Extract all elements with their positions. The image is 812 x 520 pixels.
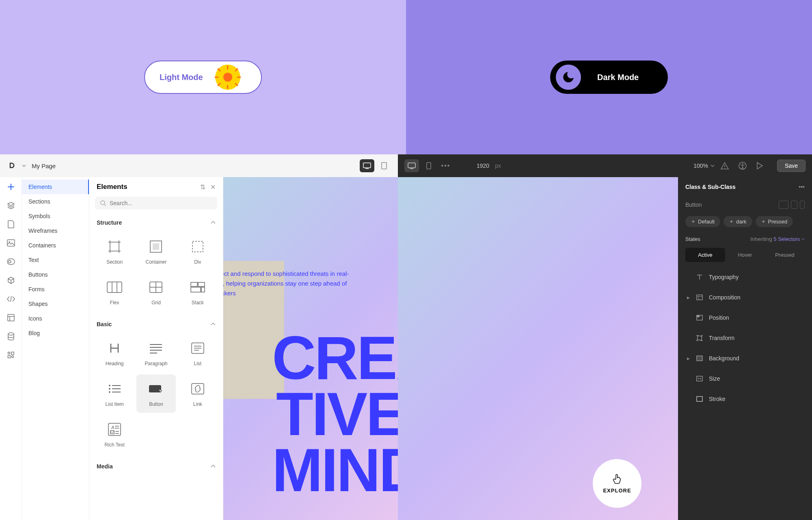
svg-rect-32 [191, 287, 201, 292]
svg-rect-22 [153, 243, 159, 250]
search-icon [100, 200, 106, 206]
nav-wireframes[interactable]: Wireframes [22, 223, 89, 238]
basic-section-header[interactable]: Basic [89, 317, 223, 332]
media-section-header[interactable]: Media [89, 459, 223, 474]
save-button[interactable]: Save [777, 160, 806, 172]
more-devices-button[interactable]: ••• [438, 159, 453, 172]
dark-mode-label: Dark Mode [597, 73, 639, 82]
section-tile[interactable]: Section [95, 232, 134, 271]
state-tab-pressed[interactable]: Pressed [765, 248, 805, 262]
design-canvas-dark[interactable]: EXPLORE [398, 177, 678, 520]
structure-section-header[interactable]: Structure [89, 215, 223, 230]
nav-sections[interactable]: Sections [22, 194, 89, 209]
svg-point-44 [109, 388, 110, 390]
expand-collapse-icon[interactable]: ⇅ [200, 183, 205, 191]
more-icon[interactable]: ••• [799, 184, 805, 190]
svg-point-42 [109, 385, 110, 386]
nav-icons[interactable]: Icons [22, 311, 89, 326]
nav-text[interactable]: Text [22, 253, 89, 267]
button-tile[interactable]: Button [136, 375, 175, 413]
svg-rect-23 [192, 241, 203, 252]
search-input-wrapper[interactable] [95, 197, 217, 210]
warning-icon[interactable] [720, 162, 729, 170]
search-input[interactable] [110, 200, 212, 206]
chevron-up-icon [211, 465, 216, 468]
sun-icon [215, 65, 240, 90]
chip-default[interactable]: ✦Default [685, 216, 720, 227]
chip-dark[interactable]: ✦dark [723, 216, 752, 227]
svg-point-72 [697, 340, 698, 341]
prop-stroke[interactable]: Stroke [678, 389, 812, 409]
play-icon[interactable] [756, 162, 763, 170]
svg-line-16 [104, 204, 106, 206]
state-tab-active[interactable]: Active [685, 248, 725, 262]
state-tab-hover[interactable]: Hover [725, 248, 765, 262]
dark-editor: ••• 1920 px 100% Save EXPLO [398, 154, 812, 520]
bp-mobile-icon[interactable] [800, 201, 805, 209]
canvas-width-unit: px [495, 162, 501, 169]
bp-tablet-icon[interactable] [791, 201, 797, 209]
design-canvas[interactable]: Detect and respond to sophisticated thre… [223, 177, 398, 520]
zoom-control[interactable]: 100% [693, 162, 715, 169]
code-icon[interactable] [6, 294, 16, 304]
prop-composition[interactable]: ▸Composition [678, 287, 812, 308]
list-item-tile[interactable]: List Item [95, 375, 134, 413]
elements-panel-title: Elements [97, 183, 127, 191]
list-tile[interactable]: List [178, 334, 217, 372]
nav-elements[interactable]: Elements [22, 180, 89, 194]
accessibility-icon[interactable] [738, 161, 747, 170]
flex-tile[interactable]: Flex [95, 273, 134, 311]
workspace-dark: EXPLORE Class & Sub-Class ••• Button [398, 177, 812, 520]
prop-typography[interactable]: Typography [678, 267, 812, 287]
nav-shapes[interactable]: Shapes [22, 297, 89, 311]
svg-rect-30 [191, 282, 197, 286]
chip-pressed[interactable]: ✦Pressed [756, 216, 793, 227]
div-tile[interactable]: Div [178, 232, 217, 271]
explore-button[interactable]: EXPLORE [593, 459, 641, 508]
data-icon[interactable] [6, 332, 16, 341]
link-tile[interactable]: Link [178, 375, 217, 413]
close-icon[interactable]: ✕ [210, 183, 216, 191]
svg-rect-7 [8, 314, 14, 321]
nav-symbols[interactable]: Symbols [22, 209, 89, 223]
inherit-info[interactable]: Inheriting 5 Selectors [750, 236, 805, 242]
bp-desktop-icon[interactable] [779, 201, 788, 209]
desktop-device-button[interactable] [404, 159, 419, 172]
heading-tile[interactable]: Heading [95, 334, 134, 372]
light-mode-toggle[interactable]: Light Mode [144, 61, 262, 94]
nav-blog[interactable]: Blog [22, 326, 89, 340]
device-switcher-light [360, 159, 391, 172]
pages-icon[interactable] [6, 219, 16, 229]
components-icon[interactable] [6, 257, 16, 266]
prop-size[interactable]: Size [678, 368, 812, 389]
apps-icon[interactable] [6, 350, 16, 360]
grid-tile[interactable]: Grid [136, 273, 175, 311]
class-chips: ✦Default ✦dark ✦Pressed [678, 213, 812, 230]
add-icon[interactable] [6, 182, 16, 192]
nav-forms[interactable]: Forms [22, 282, 89, 297]
tablet-device-button[interactable] [377, 159, 391, 172]
app-logo[interactable] [6, 161, 16, 171]
paragraph-tile[interactable]: Paragraph [136, 334, 175, 372]
container-tile[interactable]: Container [136, 232, 175, 271]
nav-buttons[interactable]: Buttons [22, 267, 89, 282]
layout-icon[interactable] [6, 313, 16, 323]
image-icon[interactable] [6, 238, 16, 248]
mobile-device-button[interactable] [421, 159, 436, 172]
device-switcher-dark: ••• [404, 159, 453, 172]
nav-containers[interactable]: Containers [22, 238, 89, 253]
category-nav: Elements Sections Symbols Wireframes Con… [22, 177, 89, 520]
svg-rect-77 [697, 396, 702, 401]
stack-tile[interactable]: Stack [178, 273, 217, 311]
svg-rect-31 [198, 282, 205, 286]
dark-mode-toggle[interactable]: Dark Mode [550, 61, 668, 94]
prop-transform[interactable]: Transform [678, 328, 812, 348]
svg-point-15 [101, 201, 105, 205]
cube-icon[interactable] [6, 275, 16, 285]
prop-background[interactable]: ▸Background [678, 348, 812, 368]
chevron-down-icon[interactable] [22, 164, 26, 168]
prop-position[interactable]: Position [678, 308, 812, 328]
layers-icon[interactable] [6, 201, 16, 210]
rich-text-tile[interactable]: ARich Text [95, 415, 134, 453]
desktop-device-button[interactable] [360, 159, 374, 172]
